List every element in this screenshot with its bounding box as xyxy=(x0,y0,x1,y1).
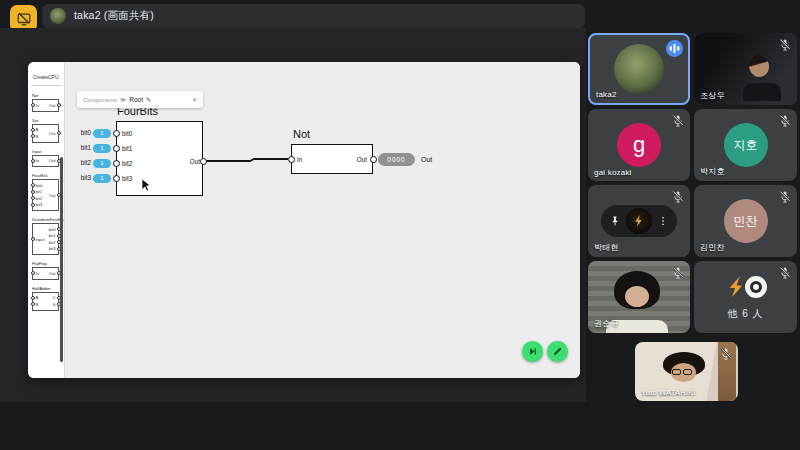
bit-input-label: bit2 xyxy=(69,159,91,166)
mic-off-icon xyxy=(778,38,792,52)
breadcrumb-components[interactable]: Components xyxy=(83,97,117,103)
port-label: S xyxy=(53,302,56,307)
mic-off-icon xyxy=(719,347,733,361)
mic-off-icon xyxy=(778,38,792,52)
mic-off-icon xyxy=(778,266,792,280)
outputs-column: Out xyxy=(49,158,58,165)
palette-component-fourbits[interactable]: FourBitsbit0bit1bit2bit3Out xyxy=(32,173,59,211)
palette-component-xor[interactable]: XorABOut xyxy=(32,118,59,143)
input-port: In xyxy=(33,158,39,165)
step-button[interactable] xyxy=(522,341,543,362)
palette-component-title: DistributeFourBits xyxy=(32,217,59,222)
palette-component-box: InOut xyxy=(32,155,59,168)
palette-component-title: FourBits xyxy=(32,173,59,178)
palette-component-input[interactable]: InputInOut xyxy=(32,149,59,168)
fourbits-out-port[interactable] xyxy=(200,158,207,165)
palette-component-not[interactable]: NotInOut xyxy=(32,93,59,112)
pin-icon[interactable] xyxy=(609,215,621,227)
mic-off-icon xyxy=(671,114,685,128)
port-dot xyxy=(57,131,61,135)
component-palette: CreateCPU NotInOutXorABOutInputInOutFour… xyxy=(28,62,64,378)
edit-button[interactable] xyxy=(547,341,568,362)
input-port: In xyxy=(33,270,39,277)
palette-title: CreateCPU xyxy=(28,74,64,80)
outputs-column: Out xyxy=(49,102,58,109)
participant-tile[interactable]: 조상우 xyxy=(694,33,797,105)
participant-tile[interactable]: 지호박지호 xyxy=(694,109,797,181)
more-vertical-icon[interactable] xyxy=(657,215,669,227)
palette-scrollbar[interactable] xyxy=(60,157,63,362)
breadcrumb: Components ≫ Root ✎ × xyxy=(77,91,203,108)
output-port: Out xyxy=(49,130,58,137)
not-in-port[interactable] xyxy=(288,156,295,163)
breadcrumb-current[interactable]: Root xyxy=(129,96,143,103)
participant-tile[interactable]: 민찬김민찬 xyxy=(694,185,797,257)
bit-port[interactable] xyxy=(113,175,120,182)
port-label: bit3 xyxy=(49,246,56,251)
participant-tile[interactable]: ggai kozaki xyxy=(588,109,690,181)
bit-port[interactable] xyxy=(113,160,120,167)
presentation-off-icon xyxy=(16,11,32,27)
avatar-emblem xyxy=(626,208,652,234)
mic-off-icon xyxy=(671,266,685,280)
not-out-port[interactable] xyxy=(370,156,377,163)
participant-name: gai kozaki xyxy=(594,168,632,177)
port-label: In xyxy=(36,158,40,163)
input-port: input xyxy=(33,236,45,243)
inputs-column: In xyxy=(33,158,39,165)
bit-toggle[interactable]: 1 xyxy=(93,174,111,183)
palette-component-title: Not xyxy=(32,93,59,98)
participant-tile[interactable]: 他 6 人 xyxy=(694,261,797,333)
mic-off-icon xyxy=(778,114,792,128)
palette-component-distributefourbits[interactable]: DistributeFourBitsinputbit0bit1bit2bit3 xyxy=(32,217,59,255)
circuit-editor-window: CreateCPU NotInOutXorABOutInputInOutFour… xyxy=(28,62,580,378)
circuit-canvas[interactable]: Components ≫ Root ✎ × FourBits Out Not I… xyxy=(64,62,580,378)
palette-component-box: ABCS xyxy=(32,292,59,311)
participant-tile[interactable]: taka2 xyxy=(588,33,690,105)
palette-divider xyxy=(31,85,62,86)
avatar-letter: g xyxy=(617,123,661,167)
presentation-off-icon xyxy=(16,11,32,27)
bit-port-label: bit2 xyxy=(122,160,132,167)
glasses-right xyxy=(683,369,692,375)
bit-port-label: bit1 xyxy=(122,145,132,152)
mic-off-icon xyxy=(719,347,733,361)
port-label: bit1 xyxy=(36,189,43,194)
tile-hover-controls xyxy=(601,205,677,237)
outputs-column: bit0bit1bit2bit3 xyxy=(49,226,58,252)
bit-port[interactable] xyxy=(113,130,120,137)
palette-component-box: inputbit0bit1bit2bit3 xyxy=(32,223,59,255)
bit-input-label: bit0 xyxy=(69,129,91,136)
output-port: Out xyxy=(49,102,58,109)
bit-port-label: bit0 xyxy=(122,130,132,137)
bit-toggle[interactable]: 1 xyxy=(93,144,111,153)
port-dot xyxy=(31,190,35,194)
participant-tile[interactable]: 박태현 xyxy=(588,185,690,257)
outputs-column: CS xyxy=(52,295,58,308)
self-view-tile[interactable]: Yuto WATAHIKI xyxy=(635,342,738,401)
palette-component-title: HalfAdder xyxy=(32,286,59,291)
bit-port-label: bit3 xyxy=(122,175,132,182)
mic-off-icon xyxy=(778,114,792,128)
participant-name: 조상우 xyxy=(700,90,725,101)
not-in-label: In xyxy=(297,156,302,163)
port-label: bit2 xyxy=(49,240,56,245)
bit-toggle[interactable]: 1 xyxy=(93,159,111,168)
port-label: C xyxy=(52,295,55,300)
port-dot xyxy=(31,128,35,132)
participant-tile[interactable]: 권순규 xyxy=(588,261,690,333)
bit-port[interactable] xyxy=(113,145,120,152)
inputs-column: bit0bit1bit2bit3 xyxy=(33,182,42,208)
pencil-icon[interactable]: ✎ xyxy=(146,96,151,104)
palette-component-flipflop[interactable]: FlipFlopInOut xyxy=(32,261,59,280)
port-dot xyxy=(31,203,35,207)
participant-name: 권순규 xyxy=(594,318,619,329)
palette-component-halfadder[interactable]: HalfAdderABCS xyxy=(32,286,59,311)
outputs-column: Out xyxy=(49,127,58,140)
participant-name: 박태현 xyxy=(594,242,619,253)
mic-off-icon xyxy=(671,266,685,280)
output-port: S xyxy=(52,301,58,308)
bit-toggle[interactable]: 1 xyxy=(93,129,111,138)
mouse-cursor xyxy=(141,178,153,192)
close-icon[interactable]: × xyxy=(192,96,197,104)
